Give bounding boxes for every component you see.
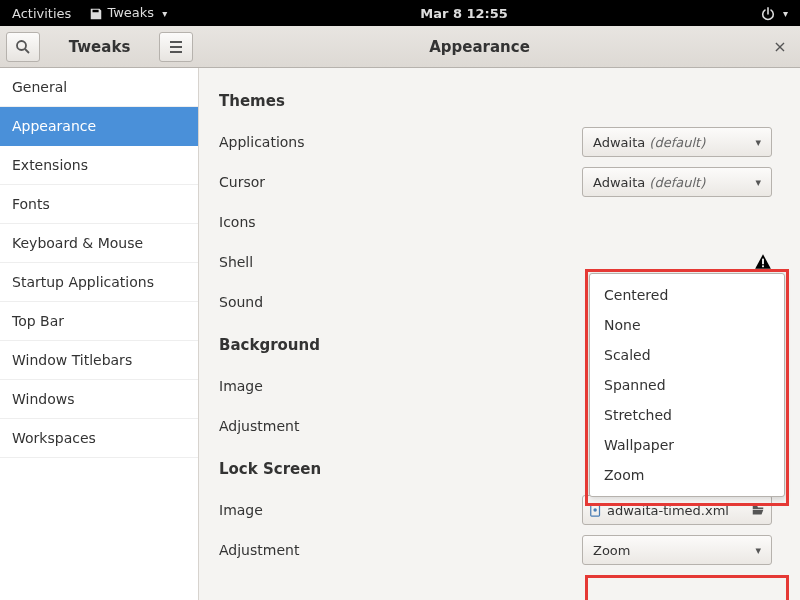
sidebar-item-extensions[interactable]: Extensions [0, 146, 198, 185]
sidebar-title: Tweaks [44, 38, 155, 56]
label-cursor: Cursor [219, 174, 559, 190]
header-bar: Tweaks Appearance × [0, 26, 800, 68]
sidebar-item-appearance[interactable]: Appearance [0, 107, 198, 146]
section-themes-heading: Themes [219, 92, 772, 110]
annotation-highlight [585, 575, 789, 600]
app-menu-label: Tweaks [107, 5, 154, 20]
sidebar-item-fonts[interactable]: Fonts [0, 185, 198, 224]
label-shell: Shell [219, 254, 559, 270]
svg-rect-2 [762, 259, 764, 265]
option-centered[interactable]: Centered [590, 280, 784, 310]
option-zoom[interactable]: Zoom [590, 460, 784, 490]
hamburger-button[interactable] [159, 32, 193, 62]
file-icon [589, 503, 603, 517]
combo-value: Zoom [593, 543, 630, 558]
sidebar-item-workspaces[interactable]: Workspaces [0, 419, 198, 458]
option-scaled[interactable]: Scaled [590, 340, 784, 370]
sidebar-item-windows[interactable]: Windows [0, 380, 198, 419]
search-button[interactable] [6, 32, 40, 62]
hamburger-icon [168, 39, 184, 55]
filechooser-filename: adwaita-timed.xml [607, 503, 747, 518]
system-menu[interactable] [761, 5, 788, 21]
option-none[interactable]: None [590, 310, 784, 340]
label-applications: Applications [219, 134, 559, 150]
label-bg-adjustment: Adjustment [219, 418, 559, 434]
label-bg-image: Image [219, 378, 559, 394]
row-icons: Icons [219, 202, 772, 242]
clock[interactable]: Mar 8 12:55 [167, 6, 761, 21]
page-title: Appearance [199, 38, 760, 56]
row-applications: Applications Adwaita (default) [219, 122, 772, 162]
option-wallpaper[interactable]: Wallpaper [590, 430, 784, 460]
row-cursor: Cursor Adwaita (default) [219, 162, 772, 202]
svg-line-1 [25, 49, 29, 53]
power-icon [761, 7, 775, 21]
search-icon [15, 39, 31, 55]
app-menu[interactable]: Tweaks [89, 5, 167, 21]
content-area: Themes Applications Adwaita (default) Cu… [199, 68, 800, 600]
filechooser-ls-image[interactable]: adwaita-timed.xml [582, 495, 772, 525]
combo-value: Adwaita [593, 135, 645, 150]
label-sound: Sound [219, 294, 559, 310]
combo-ls-adjustment[interactable]: Zoom [582, 535, 772, 565]
svg-point-5 [593, 508, 597, 512]
label-icons: Icons [219, 214, 559, 230]
label-ls-image: Image [219, 502, 559, 518]
combo-cursor[interactable]: Adwaita (default) [582, 167, 772, 197]
option-stretched[interactable]: Stretched [590, 400, 784, 430]
row-ls-adjustment: Adjustment Zoom [219, 530, 772, 570]
sidebar-item-startup-applications[interactable]: Startup Applications [0, 263, 198, 302]
sidebar: General Appearance Extensions Fonts Keyb… [0, 68, 199, 600]
open-folder-icon [751, 503, 765, 517]
label-ls-adjustment: Adjustment [219, 542, 559, 558]
combo-default-suffix: (default) [649, 175, 705, 190]
option-spanned[interactable]: Spanned [590, 370, 784, 400]
close-icon: × [773, 37, 786, 56]
combo-default-suffix: (default) [649, 135, 705, 150]
save-icon [89, 7, 103, 21]
svg-point-0 [17, 41, 26, 50]
activities-button[interactable]: Activities [12, 6, 71, 21]
window-close-button[interactable]: × [760, 37, 800, 56]
adjustment-popover: Centered None Scaled Spanned Stretched W… [589, 273, 785, 497]
combo-value: Adwaita [593, 175, 645, 190]
combo-applications[interactable]: Adwaita (default) [582, 127, 772, 157]
sidebar-item-top-bar[interactable]: Top Bar [0, 302, 198, 341]
gnome-top-bar: Activities Tweaks Mar 8 12:55 [0, 0, 800, 26]
sidebar-item-window-titlebars[interactable]: Window Titlebars [0, 341, 198, 380]
sidebar-item-general[interactable]: General [0, 68, 198, 107]
svg-rect-3 [762, 265, 764, 267]
warning-icon [754, 253, 772, 271]
sidebar-item-keyboard-mouse[interactable]: Keyboard & Mouse [0, 224, 198, 263]
